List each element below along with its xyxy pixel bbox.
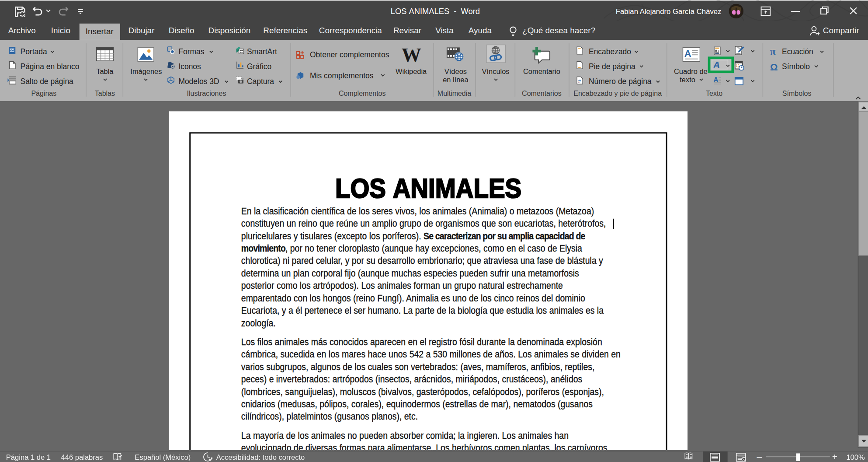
svg-text:#: #	[578, 78, 581, 84]
svg-text:A: A	[713, 60, 720, 70]
svg-text:A: A	[684, 49, 691, 60]
